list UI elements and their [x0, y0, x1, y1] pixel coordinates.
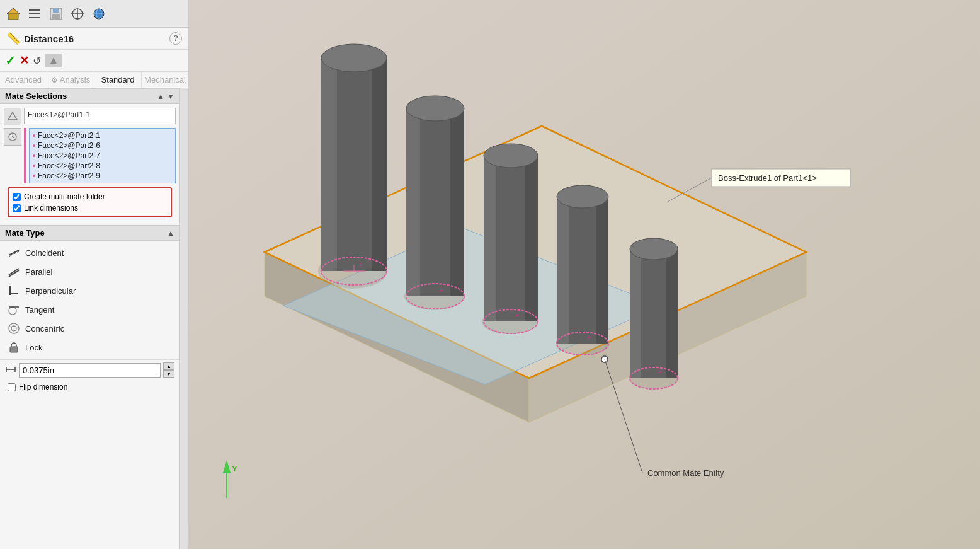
- checkbox-section: Create multi-mate folder Link dimensions: [8, 187, 172, 217]
- svg-rect-29: [10, 347, 18, 352]
- second-selection-row: Face<2>@Part2-1 Face<2>@Part2-6 Face<2>@…: [4, 128, 176, 183]
- svg-point-53: [406, 96, 464, 121]
- mate-type-scroll-up[interactable]: ▲: [167, 229, 174, 238]
- panel-scrollbar[interactable]: [179, 88, 188, 549]
- svg-text:+: +: [359, 262, 363, 269]
- 3d-scene: + + + + + Boss-: [189, 0, 980, 549]
- mate-type-tangent[interactable]: Tangent: [0, 300, 179, 319]
- main-viewport: + + + + + Boss-: [189, 0, 980, 549]
- globe-icon[interactable]: [89, 4, 108, 23]
- create-multi-mate-label: Create multi-mate folder: [24, 192, 105, 201]
- mate-type-header: Mate Type ▲: [0, 225, 179, 241]
- distance-icon: [5, 364, 16, 377]
- svg-rect-58: [484, 154, 496, 321]
- svg-rect-4: [29, 17, 40, 18]
- svg-text:+: +: [658, 369, 662, 376]
- svg-text:+: +: [515, 312, 519, 319]
- list-item: Face<2>@Part2-8: [33, 161, 172, 171]
- second-selection-icon[interactable]: [4, 128, 21, 146]
- save-icon[interactable]: [47, 4, 66, 23]
- svg-line-19: [9, 250, 19, 255]
- svg-point-75: [630, 238, 678, 260]
- svg-text:+: +: [440, 287, 443, 294]
- create-multi-mate-checkbox[interactable]: [13, 193, 21, 201]
- svg-rect-66: [596, 195, 608, 344]
- action-bar: ✓ ✕ ↺: [0, 50, 188, 72]
- first-selection-icon[interactable]: [4, 108, 21, 125]
- svg-rect-6: [53, 8, 59, 13]
- mate-type-parallel[interactable]: Parallel: [0, 262, 179, 281]
- svg-line-18: [9, 134, 16, 140]
- svg-rect-2: [29, 9, 40, 11]
- list-icon[interactable]: [25, 4, 44, 23]
- distance-input[interactable]: [19, 363, 161, 378]
- title-bar: 📏 Distance16 ?: [0, 28, 188, 50]
- mate-type-perpendicular[interactable]: Perpendicular: [0, 281, 179, 300]
- list-item: Face<2>@Part2-1: [33, 130, 172, 141]
- tab-analysis[interactable]: ⚙ Analysis: [47, 72, 94, 88]
- left-panel: 📏 Distance16 ? ✓ ✕ ↺ Advanced ⚙ Analysis…: [0, 0, 189, 549]
- mate-selections-header: Mate Selections ▲ ▼: [0, 88, 179, 104]
- crosshair-icon[interactable]: [68, 4, 87, 23]
- svg-rect-43: [372, 57, 387, 271]
- mate-selections-scroll-down[interactable]: ▼: [167, 92, 174, 101]
- svg-text:Y: Y: [232, 464, 237, 473]
- parallel-icon: [8, 265, 20, 278]
- mate-type-coincident[interactable]: Coincident: [0, 243, 179, 262]
- distance-spin-down[interactable]: ▼: [163, 370, 174, 378]
- mate-selections-scroll-up[interactable]: ▲: [157, 92, 164, 101]
- flip-dimension-label: Flip dimension: [19, 383, 67, 391]
- tangent-icon: [8, 303, 20, 316]
- svg-rect-73: [630, 248, 641, 378]
- link-dimensions-label: Link dimensions: [24, 204, 78, 212]
- svg-text:Common Mate Entity: Common Mate Entity: [647, 468, 724, 478]
- flip-dimension-checkbox[interactable]: [8, 383, 16, 391]
- first-selection-box[interactable]: Face<1>@Part1-1: [24, 108, 176, 124]
- svg-rect-52: [450, 107, 464, 296]
- second-selection-box[interactable]: Face<2>@Part2-1 Face<2>@Part2-6 Face<2>@…: [29, 128, 176, 183]
- title-icon: 📏: [6, 32, 20, 45]
- svg-marker-1: [7, 8, 20, 14]
- mate-type-concentric[interactable]: Concentric: [0, 319, 179, 338]
- distance-row: ▲ ▼: [0, 359, 179, 380]
- tab-advanced[interactable]: Advanced: [0, 72, 47, 88]
- help-icon[interactable]: ?: [169, 32, 182, 45]
- lock-icon: [8, 341, 20, 354]
- coincident-icon: [8, 246, 20, 259]
- link-dimensions-row: Link dimensions: [13, 202, 167, 214]
- list-item: Face<2>@Part2-7: [33, 151, 172, 161]
- svg-point-28: [11, 326, 16, 331]
- link-dimensions-checkbox[interactable]: [13, 204, 21, 212]
- svg-rect-51: [406, 107, 420, 296]
- perpendicular-icon: [8, 284, 20, 297]
- svg-text:+: +: [587, 334, 591, 341]
- svg-marker-15: [8, 112, 17, 120]
- ok-button[interactable]: ✓: [5, 53, 16, 68]
- svg-point-25: [9, 307, 16, 315]
- mate-type-lock[interactable]: Lock: [0, 338, 179, 357]
- list-item: Face<2>@Part2-9: [33, 171, 172, 181]
- distance-spinner: ▲ ▼: [163, 362, 174, 378]
- svg-point-44: [321, 44, 387, 72]
- first-selection-row: Face<1>@Part1-1: [4, 108, 176, 125]
- svg-rect-65: [557, 195, 569, 344]
- list-item: Face<2>@Part2-6: [33, 141, 172, 151]
- distance-spin-up[interactable]: ▲: [163, 362, 174, 370]
- cancel-button[interactable]: ✕: [20, 54, 29, 67]
- pink-bar: [24, 128, 26, 183]
- page-title: Distance16: [24, 33, 74, 44]
- tab-mechanical[interactable]: Mechanical: [142, 72, 188, 88]
- create-multi-mate-folder-row: Create multi-mate folder: [13, 191, 167, 202]
- flip-row: Flip dimension: [0, 380, 179, 394]
- concentric-icon: [8, 322, 20, 335]
- svg-rect-59: [525, 154, 538, 321]
- svg-point-67: [557, 185, 608, 208]
- undo-button[interactable]: ↺: [33, 55, 41, 67]
- mate-type-list: Coincident Parallel Perpendicular: [0, 241, 179, 359]
- svg-point-60: [484, 144, 538, 168]
- home-icon[interactable]: [4, 4, 23, 23]
- options-button[interactable]: [45, 54, 62, 67]
- svg-rect-74: [666, 248, 678, 378]
- analysis-gear-icon: ⚙: [51, 76, 58, 84]
- tab-standard[interactable]: Standard: [94, 72, 142, 88]
